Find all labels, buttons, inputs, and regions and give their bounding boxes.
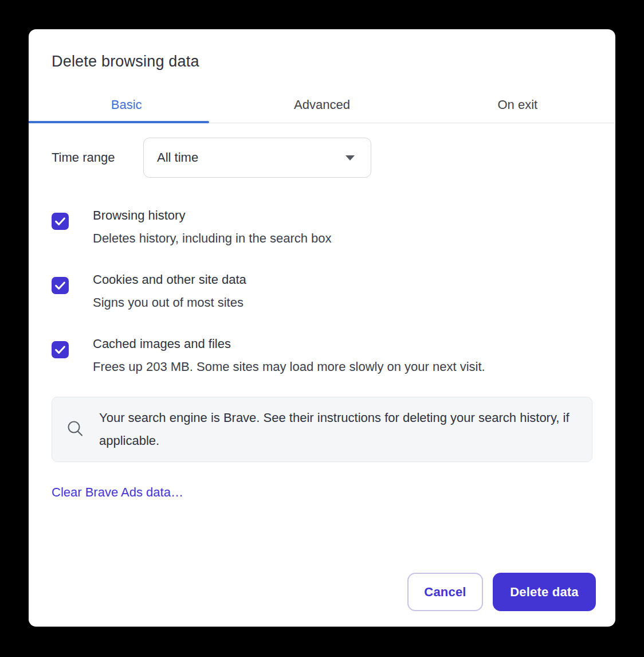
time-range-row: Time range All time <box>52 138 592 178</box>
page-title: Delete browsing data <box>52 53 592 70</box>
cookies-checkbox[interactable] <box>52 277 69 294</box>
dialog-content: Time range All time Browsing history Del… <box>29 138 615 500</box>
delete-browsing-data-dialog: Delete browsing data Basic Advanced On e… <box>29 29 615 627</box>
tab-on-exit[interactable]: On exit <box>420 87 615 123</box>
cookies-row: Cookies and other site data Signs you ou… <box>52 268 592 314</box>
cached-images-checkbox[interactable] <box>52 341 69 358</box>
cached-images-row: Cached images and files Frees up 203 MB.… <box>52 333 592 378</box>
cached-images-label: Cached images and files <box>93 333 485 355</box>
time-range-label: Time range <box>52 150 143 165</box>
cancel-button[interactable]: Cancel <box>407 573 483 611</box>
time-range-selected-value: All time <box>157 150 345 165</box>
cached-images-description: Frees up 203 MB. Some sites may load mor… <box>93 355 485 378</box>
time-range-select[interactable]: All time <box>143 138 371 178</box>
tab-basic[interactable]: Basic <box>29 87 224 123</box>
tab-strip: Basic Advanced On exit <box>29 87 615 123</box>
cookies-label: Cookies and other site data <box>93 268 246 291</box>
chevron-down-icon <box>345 155 355 161</box>
browsing-history-row: Browsing history Deletes history, includ… <box>52 204 592 250</box>
tab-advanced[interactable]: Advanced <box>224 87 419 123</box>
search-engine-notice-text: Your search engine is Brave. See their i… <box>99 406 575 452</box>
checkmark-icon <box>54 215 66 228</box>
tab-advanced-label: Advanced <box>294 97 350 112</box>
browsing-history-description: Deletes history, including in the search… <box>93 227 332 250</box>
cookies-description: Signs you out of most sites <box>93 291 246 314</box>
active-tab-indicator <box>29 121 209 123</box>
data-type-list: Browsing history Deletes history, includ… <box>52 204 592 378</box>
tab-on-exit-label: On exit <box>497 97 537 112</box>
delete-data-button[interactable]: Delete data <box>493 573 596 611</box>
checkmark-icon <box>54 343 66 356</box>
search-icon <box>66 420 85 439</box>
browsing-history-label: Browsing history <box>93 204 332 227</box>
browsing-history-checkbox[interactable] <box>52 213 69 230</box>
dialog-footer: Cancel Delete data <box>407 573 596 611</box>
clear-brave-ads-data-link[interactable]: Clear Brave Ads data… <box>52 485 183 500</box>
tab-basic-label: Basic <box>111 97 142 112</box>
search-engine-notice: Your search engine is Brave. See their i… <box>52 397 592 462</box>
checkmark-icon <box>54 279 66 292</box>
